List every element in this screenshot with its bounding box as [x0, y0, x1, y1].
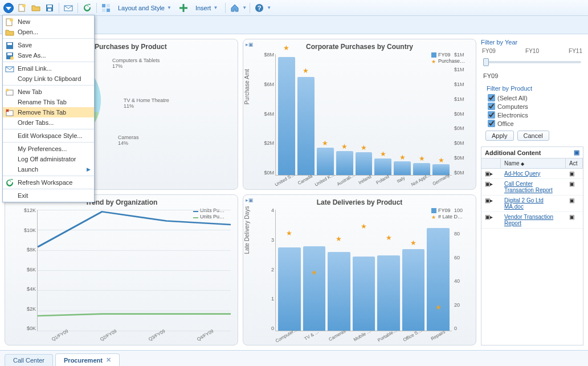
pie-slice-label: Cameras14% [118, 135, 139, 146]
y-ticks-right: 100806040200 [454, 208, 471, 331]
layout-icon[interactable] [100, 2, 112, 14]
y-ticks: 43210 [257, 208, 274, 331]
item-icon: ▣▸ [481, 212, 501, 228]
new-icon [5, 18, 14, 27]
star-marker: ★ [386, 234, 392, 242]
filter-option[interactable]: Computers [488, 103, 583, 110]
menu-trigger[interactable] [2, 2, 15, 14]
panel-menu-icon[interactable]: ▸▣ [246, 197, 254, 203]
menu-item-save-as-[interactable]: Save As... [3, 50, 94, 60]
bar: ★ [328, 252, 350, 331]
menu-item-label: Open... [18, 29, 38, 35]
filter-option[interactable]: Office [488, 120, 583, 127]
list-item[interactable]: ▣▸Call Center Transaction Report▣ [481, 179, 583, 196]
apply-button[interactable]: Apply [485, 131, 514, 141]
menu-item-exit[interactable]: Exit [3, 190, 94, 201]
menu-item-rename-this-tab[interactable]: Rename This Tab [3, 97, 94, 107]
star-marker: ★ [399, 153, 406, 161]
bar-chart: FY09 ★Purchase… Purchase Amt $8M$6M$4M$2… [248, 52, 471, 186]
menu-item-label: New Tab [18, 88, 42, 95]
star-marker: ★ [410, 239, 416, 247]
bar-chart: FY09 ★# Late D… Late Delivery Days 43210… [248, 208, 471, 341]
insert-icon[interactable] [177, 2, 190, 14]
tab-call-center[interactable]: Call Center [5, 354, 53, 366]
year-slider[interactable] [483, 55, 581, 69]
menu-item-refresh-workspace[interactable]: Refresh Workspace [3, 177, 94, 188]
cancel-button[interactable]: Cancel [517, 131, 549, 141]
line-chart: Units Pu… Units Pu… $12K$10K$8K$6K$4K$2K… [10, 208, 233, 341]
menu-item-log-off-administrator[interactable]: Log Off administrator [3, 154, 94, 164]
menu-item-edit-workspace-style-[interactable]: Edit Workspace Style... [3, 131, 94, 141]
action-icon[interactable]: ▣ [566, 169, 583, 178]
menu-item-label: Rename This Tab [18, 99, 67, 105]
menu-item-new[interactable]: New [3, 17, 94, 27]
item-link[interactable]: Vendor Transaction Report [504, 214, 553, 226]
star-marker: ★ [438, 156, 444, 164]
home-icon[interactable] [228, 2, 241, 14]
bar: ★ [278, 247, 301, 331]
filter-title: Filter by Product [487, 85, 583, 92]
menu-item-email-link-[interactable]: Email Link... [3, 63, 94, 74]
expand-icon[interactable]: ▣ [574, 149, 579, 156]
bars: ★★★★★★★★★ [276, 54, 452, 175]
additional-content: Additional Content ▣ Name ◆ Act ▣▸Ad-Hoc… [481, 147, 583, 345]
open-icon [5, 28, 14, 37]
y-ticks-right: $1M$1M$1M$1M$0M$0M$0M$0M$0M [454, 52, 471, 176]
file-menu: NewOpen...SaveSave As...Email Link...Cop… [2, 15, 95, 202]
menu-item-launch[interactable]: Launch▶ [3, 164, 94, 174]
insert-menu[interactable]: Insert▼ [191, 3, 222, 13]
filter-title: Filter by Year [481, 39, 583, 46]
action-icon[interactable]: ▣ [566, 179, 583, 195]
help-icon[interactable]: ? [253, 2, 266, 14]
open-icon[interactable] [30, 2, 42, 14]
tab-close-icon[interactable]: ✕ [106, 356, 111, 364]
action-icon[interactable]: ▣ [566, 196, 583, 212]
item-link[interactable]: Digital 2 Go Ltd MA.doc [504, 197, 544, 210]
layout-menu[interactable]: Layout and Style▼ [113, 3, 176, 13]
svg-point-22 [6, 89, 9, 92]
menu-item-remove-this-tab[interactable]: Remove This Tab [3, 107, 94, 117]
panel-trend-by-org: ▸▣ Trend by Organization Units Pu… Units… [5, 194, 238, 345]
menu-item-copy-link-to-clipboard[interactable]: Copy Link to Clipboard [3, 74, 94, 84]
checkbox[interactable] [488, 103, 495, 110]
checkbox[interactable] [488, 120, 495, 127]
newtab-icon [5, 88, 14, 97]
save-icon[interactable] [43, 2, 56, 14]
refresh-icon[interactable] [81, 2, 93, 14]
filter-by-year: Filter by Year FY09FY10FY11 FY09 [481, 39, 583, 79]
star-marker: ★ [361, 222, 367, 230]
x-labels: United S…CanadaUnited K…Australi…Ireland… [275, 177, 452, 187]
home-dropdown[interactable]: ▼ [242, 5, 247, 10]
list-item[interactable]: ▣▸Digital 2 Go Ltd MA.doc▣ [481, 196, 583, 212]
tabs: Call CenterProcurement✕ [0, 350, 588, 366]
menu-item-label: Order Tabs... [18, 119, 54, 126]
slider-thumb[interactable] [483, 58, 489, 66]
list-item[interactable]: ▣▸Vendor Transaction Report▣ [481, 212, 583, 229]
tab-procurement[interactable]: Procurement✕ [55, 353, 120, 366]
item-link[interactable]: Ad-Hoc Query [504, 170, 540, 177]
svg-rect-9 [102, 9, 105, 12]
panel-menu-icon[interactable]: ▸▣ [246, 42, 254, 47]
additional-header: Additional Content ▣ [481, 147, 583, 158]
menu-item-new-tab[interactable]: New Tab [3, 87, 94, 97]
item-link[interactable]: Call Center Transaction Report [504, 181, 553, 193]
menu-item-open-[interactable]: Open... [3, 27, 94, 37]
checkbox[interactable] [488, 111, 495, 119]
tab-label: Procurement [64, 357, 103, 364]
menu-item-my-preferences-[interactable]: My Preferences... [3, 144, 94, 154]
star-marker: ★ [336, 235, 342, 243]
new-icon[interactable] [16, 2, 28, 14]
bar: ★ [278, 57, 295, 175]
save-icon [5, 41, 14, 50]
email-icon[interactable] [62, 2, 75, 14]
email-icon [5, 64, 14, 74]
menu-item-save[interactable]: Save [3, 40, 94, 50]
menu-item-label: New [18, 18, 30, 25]
list-item[interactable]: ▣▸Ad-Hoc Query▣ [481, 169, 583, 179]
filter-option[interactable]: Electronics [488, 111, 583, 119]
filter-option[interactable]: (Select All) [488, 94, 583, 101]
action-icon[interactable]: ▣ [566, 212, 583, 228]
menu-item-order-tabs-[interactable]: Order Tabs... [3, 117, 94, 128]
help-dropdown[interactable]: ▼ [267, 5, 271, 10]
checkbox[interactable] [488, 94, 495, 101]
